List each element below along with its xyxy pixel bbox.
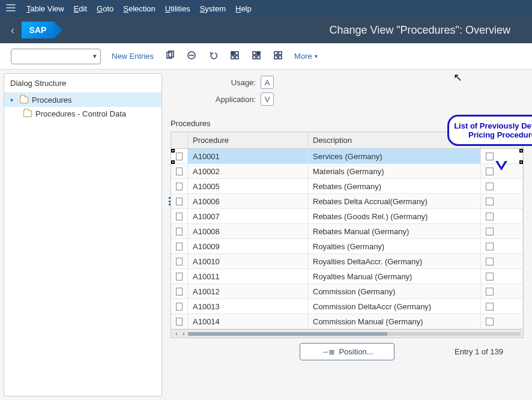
table-row[interactable]: A10005Rebates (Germany) — [171, 179, 523, 194]
row-checkbox[interactable] — [171, 269, 188, 283]
menu-bar: Table View Edit Goto Selection Utilities… — [0, 0, 532, 17]
cell-specific[interactable] — [481, 254, 523, 268]
table-row[interactable]: A10008Rebates Manual (Germany) — [171, 224, 523, 239]
table-row[interactable]: A10013Commission DeltaAccr (Germany) — [171, 299, 523, 314]
delete-icon[interactable] — [186, 50, 197, 62]
scrollbar-thumb[interactable] — [188, 332, 387, 336]
annotation-callout: List of Previously Defined Pricing Proce… — [447, 115, 532, 146]
row-checkbox[interactable] — [171, 224, 188, 238]
cell-specific[interactable] — [481, 209, 523, 223]
cell-procedure[interactable]: A10002 — [188, 164, 308, 178]
menu-system[interactable]: System — [200, 4, 226, 13]
application-field[interactable]: V — [261, 92, 274, 106]
table-row[interactable]: A10014Commission Manual (Germany) — [171, 314, 523, 329]
cell-procedure[interactable]: A10010 — [188, 254, 308, 268]
row-checkbox[interactable] — [171, 314, 188, 329]
cell-procedure[interactable]: A10009 — [188, 239, 308, 253]
cell-description[interactable]: Commission Manual (Germany) — [308, 314, 481, 329]
dialog-structure-panel: Dialog Structure ▾ Procedures Procedures… — [4, 73, 162, 396]
select-block-icon[interactable] — [251, 50, 262, 62]
row-checkbox[interactable] — [171, 299, 188, 314]
cell-procedure[interactable]: A10013 — [188, 299, 308, 314]
menu-edit[interactable]: Edit — [74, 4, 87, 13]
cell-specific[interactable] — [481, 194, 523, 208]
chevron-down-icon[interactable]: ▾ — [10, 97, 16, 103]
select-all-icon[interactable] — [229, 50, 240, 62]
hamburger-icon[interactable] — [5, 2, 17, 16]
table-row[interactable]: A10010Royalties DeltaAccr. (Germany) — [171, 254, 523, 269]
table-row[interactable]: A10001Services (Germany) — [171, 149, 523, 164]
cell-specific[interactable] — [481, 239, 523, 253]
horizontal-scrollbar[interactable]: ‹ › — [171, 329, 523, 338]
menu-goto[interactable]: Goto — [97, 4, 113, 13]
toolbar-search-dropdown[interactable]: ▾ — [11, 49, 101, 64]
cell-description[interactable]: Commission (Germany) — [308, 284, 481, 298]
cell-procedure[interactable]: A10006 — [188, 194, 308, 208]
scrollbar-track[interactable] — [188, 332, 521, 336]
cell-procedure[interactable]: A10011 — [188, 269, 308, 283]
row-checkbox[interactable] — [171, 284, 188, 298]
col-procedure[interactable]: Procedure — [188, 132, 308, 148]
cell-procedure[interactable]: A10007 — [188, 209, 308, 223]
col-select-all[interactable] — [171, 132, 188, 148]
svg-rect-15 — [274, 52, 277, 55]
cell-procedure[interactable]: A10001 — [188, 149, 308, 163]
cell-description[interactable]: Rebates Delta Accrual(Germany) — [308, 194, 481, 208]
table-row[interactable]: A10009Royalties (Germany) — [171, 239, 523, 254]
cell-procedure[interactable]: A10008 — [188, 224, 308, 238]
menu-selection[interactable]: Selection — [123, 4, 155, 13]
copy-icon[interactable] — [165, 50, 175, 62]
cell-description[interactable]: Rebates (Germany) — [308, 179, 481, 193]
cell-specific[interactable] — [481, 224, 523, 238]
row-checkbox[interactable] — [171, 254, 188, 268]
table-row[interactable]: A10002Materials (Germany) — [171, 164, 523, 179]
menu-help[interactable]: Help — [235, 4, 252, 13]
row-checkbox[interactable] — [171, 209, 188, 223]
row-checkbox[interactable] — [171, 164, 188, 178]
tree-node-control-data[interactable]: Procedures - Control Data — [4, 107, 162, 121]
new-entries-button[interactable]: New Entries — [112, 52, 154, 61]
row-checkbox[interactable] — [171, 179, 188, 193]
cell-description[interactable]: Royalties Manual (Germany) — [308, 269, 481, 283]
cell-specific[interactable] — [481, 299, 523, 314]
table-row[interactable]: A10007Rebates (Goods Rel.) (Germany) — [171, 209, 523, 224]
position-icon: →≣ — [321, 347, 335, 356]
table-row[interactable]: A10011Royalties Manual (Germany) — [171, 269, 523, 284]
cell-description[interactable]: Royalties DeltaAccr. (Germany) — [308, 254, 481, 268]
scroll-right-icon[interactable]: › — [181, 330, 187, 337]
deselect-all-icon[interactable] — [273, 50, 283, 62]
table-row[interactable]: A10006Rebates Delta Accrual(Germany) — [171, 194, 523, 209]
row-checkbox[interactable] — [171, 194, 188, 208]
cell-description[interactable]: Services (Germany) — [308, 149, 481, 163]
cell-description[interactable]: Commission DeltaAccr (Germany) — [308, 299, 481, 314]
undo-icon[interactable] — [208, 50, 219, 62]
cell-specific[interactable] — [481, 314, 523, 329]
cell-procedure[interactable]: A10014 — [188, 314, 308, 329]
more-button[interactable]: More▾ — [294, 52, 318, 61]
cell-description[interactable]: Rebates Manual (Germany) — [308, 224, 481, 238]
cell-specific[interactable] — [481, 269, 523, 283]
procedures-grid: Procedure Description Specific... A10001… — [171, 132, 524, 338]
scroll-left-icon[interactable]: ‹ — [174, 330, 180, 337]
cell-procedure[interactable]: A10012 — [188, 284, 308, 298]
cell-description[interactable]: Rebates (Goods Rel.) (Germany) — [308, 209, 481, 223]
svg-rect-12 — [257, 52, 260, 55]
cell-specific[interactable] — [481, 284, 523, 298]
svg-rect-18 — [279, 56, 282, 59]
tree-node-procedures[interactable]: ▾ Procedures — [4, 93, 162, 107]
cell-description[interactable]: Royalties (Germany) — [308, 239, 481, 253]
folder-icon — [23, 111, 32, 117]
back-button[interactable]: ‹ — [11, 24, 14, 37]
menu-utilities[interactable]: Utilities — [165, 4, 190, 13]
usage-field[interactable]: A — [261, 76, 274, 89]
cell-description[interactable]: Materials (Germany) — [308, 164, 481, 178]
table-row[interactable]: A10012Commission (Germany) — [171, 284, 523, 299]
row-checkbox[interactable] — [171, 239, 188, 253]
cell-specific[interactable] — [481, 179, 523, 193]
position-button[interactable]: →≣ Position... — [300, 343, 394, 360]
folder-icon — [20, 97, 28, 103]
row-checkbox[interactable] — [171, 149, 188, 163]
menu-table-view[interactable]: Table View — [26, 4, 64, 13]
detail-panel: Usage: A Application: V Procedures List … — [162, 70, 532, 400]
cell-procedure[interactable]: A10005 — [188, 179, 308, 193]
